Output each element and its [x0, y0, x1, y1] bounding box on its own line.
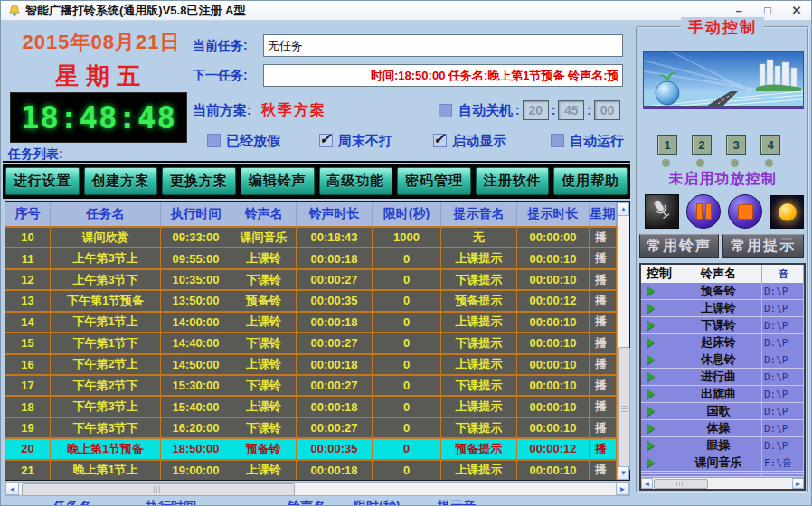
cell: 14 — [5, 313, 51, 332]
vertical-scroll-thumb[interactable] — [618, 347, 630, 471]
scroll-right-icon[interactable]: ► — [616, 483, 629, 495]
list-item[interactable]: 进行曲D:\P — [641, 369, 804, 386]
checkbox[interactable] — [207, 134, 221, 147]
column-header: 星期 — [590, 202, 617, 226]
play-icon[interactable] — [647, 457, 655, 468]
toolbar-button[interactable]: 使用帮助 — [553, 167, 628, 195]
list-item[interactable]: 眼操D:\P — [641, 437, 804, 454]
checkbox[interactable] — [319, 134, 333, 147]
cell: 15:30:00 — [161, 376, 231, 395]
shutdown-minute-field[interactable]: 45 — [558, 100, 584, 120]
toolbar-button[interactable]: 密码管理 — [397, 167, 471, 195]
sound-path: D:\P — [762, 317, 804, 333]
toolbar-button[interactable]: 高级功能 — [319, 167, 393, 195]
play-icon[interactable] — [647, 320, 655, 331]
shutdown-hour-field[interactable]: 20 — [523, 100, 549, 120]
sound-path: D:\P — [762, 283, 804, 299]
list-item[interactable]: 课间音乐F:\音 — [641, 454, 804, 472]
cell: 00:00:18 — [297, 355, 373, 374]
sound-scroll-thumb[interactable] — [654, 479, 708, 489]
play-icon[interactable] — [647, 406, 655, 417]
cell: 下课提示 — [441, 270, 517, 289]
checkbox-label: 启动显示 — [452, 133, 506, 148]
play-icon[interactable] — [647, 286, 655, 296]
app-window: 智能广播打铃系统(通用版)V5.8已注册 A型 – □ ✕ 2015年08月21… — [0, 0, 812, 506]
scroll-left-icon[interactable]: ◄ — [641, 478, 653, 489]
common-prompts-button[interactable]: 常用提示 — [722, 234, 804, 258]
cell: 上课铃 — [231, 397, 297, 416]
toolbar-button[interactable]: 进行设置 — [5, 167, 80, 195]
list-item[interactable]: 出旗曲D:\P — [641, 386, 804, 403]
play-icon[interactable] — [647, 440, 655, 451]
table-row[interactable]: 12上午第3节下10:35:00下课铃00:00:270下课提示00:00:10… — [5, 270, 617, 291]
list-item[interactable]: 上课铃D:\P — [641, 300, 804, 317]
pause-button[interactable] — [686, 194, 721, 229]
table-row[interactable]: 11上午第3节上09:55:00上课铃00:00:180上课提示00:00:10… — [5, 248, 617, 269]
next-task-input[interactable]: 时间:18:50:00 任务名:晚上第1节预备 铃声名:预 — [263, 64, 623, 87]
common-rings-button[interactable]: 常用铃声 — [639, 234, 719, 258]
toolbar-button[interactable]: 更换方案 — [162, 167, 236, 195]
cell: 晚上第1节上 — [51, 461, 161, 480]
play-icon[interactable] — [647, 337, 655, 348]
cell: 16 — [5, 355, 51, 374]
list-item[interactable]: 体操D:\P — [641, 420, 804, 437]
list-item[interactable]: 休息铃D:\P — [641, 351, 804, 369]
table-row[interactable]: 16下午第2节上14:50:00上课铃00:00:180上课提示00:00:10… — [5, 355, 617, 376]
scroll-up-icon[interactable]: ▲ — [618, 202, 629, 216]
manual-control-panel: 手动控制 — [636, 26, 809, 493]
table-vertical-scrollbar[interactable]: ▲ ▼ — [617, 202, 629, 480]
list-item[interactable]: 预备铃D:\P — [641, 283, 804, 300]
scroll-right-icon[interactable]: ► — [792, 478, 804, 489]
next-task-value: 时间:18:50:00 任务名:晚上第1节预备 铃声名:预 — [268, 68, 618, 84]
sound-name: 体操 — [675, 420, 762, 436]
scroll-down-icon[interactable]: ▼ — [618, 466, 629, 480]
toolbar-button[interactable]: 编辑铃声 — [241, 167, 315, 195]
checkbox[interactable] — [433, 134, 447, 147]
sound-list-scrollbar[interactable]: ◄ ► — [641, 477, 804, 489]
table-row[interactable]: 14下午第1节上14:00:00上课铃00:00:180上课提示00:00:10… — [5, 313, 617, 333]
close-icon[interactable]: ✕ — [789, 4, 804, 17]
play-icon[interactable] — [647, 303, 655, 314]
shutdown-second-field[interactable]: 00 — [594, 100, 620, 120]
auto-shutdown-checkbox[interactable] — [439, 104, 452, 117]
table-row[interactable]: 10课间欣赏09:33:00课间音乐00:18:431000无00:00:00播 — [5, 228, 617, 248]
scroll-left-icon[interactable]: ◄ — [5, 483, 19, 495]
cell: 0 — [373, 313, 441, 332]
list-item[interactable]: 下课铃D:\P — [641, 317, 804, 334]
channel-button-2[interactable]: 2 — [692, 135, 712, 155]
table-row[interactable]: 15下午第1节下14:40:00下课铃00:00:270下课提示00:00:10… — [5, 333, 617, 354]
play-icon[interactable] — [647, 371, 655, 382]
table-row[interactable]: 20晚上第1节预备18:50:00预备铃00:00:350预备提示00:00:1… — [5, 439, 617, 460]
current-task-input[interactable]: 无任务 — [263, 34, 623, 57]
table-row[interactable]: 21晚上第1节上19:00:00上课铃00:00:180上课提示00:00:10… — [5, 461, 617, 480]
sound-ball-button[interactable] — [770, 195, 804, 229]
toolbar-button[interactable]: 注册软件 — [476, 167, 550, 195]
cell: 10:35:00 — [161, 270, 231, 289]
cell: 上课铃 — [231, 461, 297, 480]
table-row[interactable]: 13下午第1节预备13:50:00预备铃00:00:350预备提示00:00:1… — [5, 291, 617, 312]
table-row[interactable]: 17下午第2节下15:30:00下课铃00:00:270下课提示00:00:10… — [5, 376, 617, 397]
table-row[interactable]: 18下午第3节上15:40:00上课铃00:00:180上课提示00:00:10… — [5, 397, 617, 417]
cell: 14:40:00 — [161, 333, 231, 352]
cell: 上课铃 — [231, 313, 297, 332]
checkbox[interactable] — [551, 134, 564, 147]
list-item[interactable]: 起床铃D:\P — [641, 334, 804, 351]
channel-button-3[interactable]: 3 — [726, 135, 746, 155]
stop-button[interactable] — [728, 194, 762, 229]
cell: 15 — [5, 333, 51, 352]
toolbar-button[interactable]: 创建方案 — [84, 167, 158, 195]
maximize-icon[interactable]: □ — [760, 4, 775, 17]
table-horizontal-scrollbar[interactable]: ◄ ► — [5, 482, 630, 496]
horizontal-scroll-thumb[interactable] — [22, 483, 295, 496]
channel-button-4[interactable]: 4 — [760, 135, 780, 155]
channel-button-1[interactable]: 1 — [657, 135, 677, 155]
cell: 预备铃 — [231, 439, 297, 458]
microphone-button[interactable] — [645, 194, 679, 229]
play-icon[interactable] — [647, 423, 655, 434]
minimize-icon[interactable]: – — [732, 4, 746, 17]
play-icon[interactable] — [647, 389, 655, 399]
cell: 下课提示 — [441, 333, 517, 352]
play-icon[interactable] — [647, 354, 655, 365]
table-row[interactable]: 19下午第3节下16:20:00下课铃00:00:270下课提示00:00:10… — [5, 418, 617, 439]
list-item[interactable]: 国歌D:\P — [641, 403, 804, 420]
